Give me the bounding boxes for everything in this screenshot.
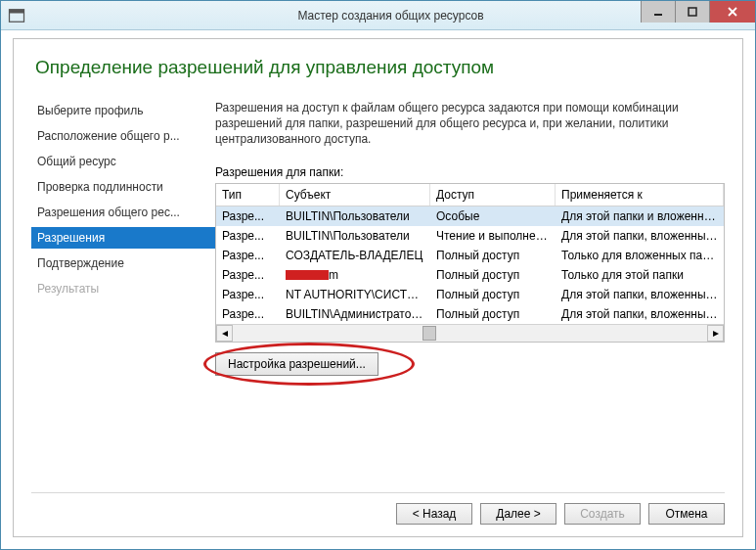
permissions-grid: Тип Субъект Доступ Применяется к Разре..… bbox=[215, 183, 725, 343]
nav-share-location[interactable]: Расположение общего р... bbox=[31, 125, 215, 147]
nav-select-profile[interactable]: Выберите профиль bbox=[31, 100, 215, 121]
window-buttons bbox=[641, 1, 755, 23]
close-button[interactable] bbox=[709, 1, 755, 23]
col-type[interactable]: Тип bbox=[216, 184, 280, 206]
cancel-button[interactable]: Отмена bbox=[648, 503, 725, 525]
cell-type: Разре... bbox=[216, 226, 280, 246]
cell-subject: BUILTIN\Администраторы bbox=[280, 304, 430, 324]
cell-access: Чтение и выполнени... bbox=[430, 226, 556, 246]
svg-rect-1 bbox=[10, 9, 24, 13]
grid-row[interactable]: Разре... BUILTIN\Администраторы Полный д… bbox=[216, 304, 724, 324]
cell-applies: Только для этой папки bbox=[556, 265, 724, 285]
col-subject[interactable]: Субъект bbox=[280, 184, 430, 206]
cell-applies: Для этой папки, вложенных па bbox=[556, 285, 724, 304]
scroll-right-icon[interactable]: ▸ bbox=[707, 325, 724, 342]
scroll-thumb[interactable] bbox=[422, 326, 436, 341]
grid-row[interactable]: Разре... m Полный доступ Только для этой… bbox=[216, 265, 724, 285]
cell-subject: BUILTIN\Пользователи bbox=[280, 226, 430, 246]
create-button: Создать bbox=[564, 503, 641, 525]
col-applies[interactable]: Применяется к bbox=[556, 184, 724, 206]
grid-header: Тип Субъект Доступ Применяется к bbox=[216, 184, 724, 206]
redacted-text bbox=[286, 270, 329, 280]
cell-access: Полный доступ bbox=[430, 304, 556, 324]
cell-applies: Только для вложенных папок bbox=[556, 246, 724, 265]
cell-type: Разре... bbox=[216, 206, 280, 226]
configure-permissions-button[interactable]: Настройка разрешений... bbox=[215, 352, 378, 376]
cell-subject: m bbox=[280, 265, 430, 285]
wizard-footer: < Назад Далее > Создать Отмена bbox=[31, 492, 725, 525]
wizard-nav: Выберите профиль Расположение общего р..… bbox=[31, 100, 215, 492]
grid-row[interactable]: Разре... NT AUTHORITY\СИСТЕМА Полный дос… bbox=[216, 285, 724, 304]
cell-applies: Для этой папки, вложенных па bbox=[556, 304, 724, 324]
nav-results: Результаты bbox=[31, 278, 215, 299]
app-icon bbox=[7, 6, 26, 25]
grid-row[interactable]: Разре... BUILTIN\Пользователи Особые Для… bbox=[216, 206, 724, 226]
cell-subject: СОЗДАТЕЛЬ-ВЛАДЕЛЕЦ bbox=[280, 246, 430, 265]
configure-row: Настройка разрешений... bbox=[215, 352, 725, 376]
nav-authentication[interactable]: Проверка подлинности bbox=[31, 176, 215, 198]
cell-type: Разре... bbox=[216, 265, 280, 285]
maximize-button[interactable] bbox=[675, 1, 709, 23]
wizard-body: Выберите профиль Расположение общего р..… bbox=[31, 100, 725, 492]
cell-access: Полный доступ bbox=[430, 246, 556, 265]
next-button[interactable]: Далее > bbox=[480, 503, 556, 525]
horizontal-scrollbar[interactable]: ◂ ▸ bbox=[216, 324, 724, 342]
col-access[interactable]: Доступ bbox=[430, 184, 556, 206]
cell-type: Разре... bbox=[216, 285, 280, 304]
cell-access: Особые bbox=[430, 206, 556, 226]
cell-subject: BUILTIN\Пользователи bbox=[280, 206, 430, 226]
scroll-left-icon[interactable]: ◂ bbox=[216, 325, 233, 342]
cell-applies: Для этой папки и вложенных bbox=[556, 206, 724, 226]
wizard-content: Разрешения на доступ к файлам общего рес… bbox=[215, 100, 725, 492]
nav-share-name[interactable]: Общий ресурс bbox=[31, 151, 215, 172]
cell-access: Полный доступ bbox=[430, 285, 556, 304]
wizard-inner: Определение разрешений для управления до… bbox=[13, 38, 743, 537]
scroll-track[interactable] bbox=[233, 325, 707, 342]
cell-type: Разре... bbox=[216, 246, 280, 265]
page-heading: Определение разрешений для управления до… bbox=[35, 57, 725, 78]
minimize-button[interactable] bbox=[641, 1, 675, 23]
grid-body: Разре... BUILTIN\Пользователи Особые Для… bbox=[216, 206, 724, 324]
cell-access: Полный доступ bbox=[430, 265, 556, 285]
description-text: Разрешения на доступ к файлам общего рес… bbox=[215, 100, 725, 148]
title-bar: Мастер создания общих ресурсов bbox=[1, 1, 755, 30]
back-button[interactable]: < Назад bbox=[396, 503, 472, 525]
grid-row[interactable]: Разре... СОЗДАТЕЛЬ-ВЛАДЕЛЕЦ Полный досту… bbox=[216, 246, 724, 265]
svg-rect-3 bbox=[689, 8, 696, 16]
cell-type: Разре... bbox=[216, 304, 280, 324]
nav-permissions[interactable]: Разрешения bbox=[31, 227, 215, 249]
nav-confirmation[interactable]: Подтверждение bbox=[31, 252, 215, 274]
wizard-window: Мастер создания общих ресурсов Определен… bbox=[0, 0, 756, 550]
redacted-suffix: m bbox=[329, 268, 338, 282]
grid-row[interactable]: Разре... BUILTIN\Пользователи Чтение и в… bbox=[216, 226, 724, 246]
nav-share-permissions[interactable]: Разрешения общего рес... bbox=[31, 202, 215, 223]
cell-subject: NT AUTHORITY\СИСТЕМА bbox=[280, 285, 430, 304]
folder-permissions-label: Разрешения для папки: bbox=[215, 165, 725, 179]
cell-applies: Для этой папки, вложенных па bbox=[556, 226, 724, 246]
